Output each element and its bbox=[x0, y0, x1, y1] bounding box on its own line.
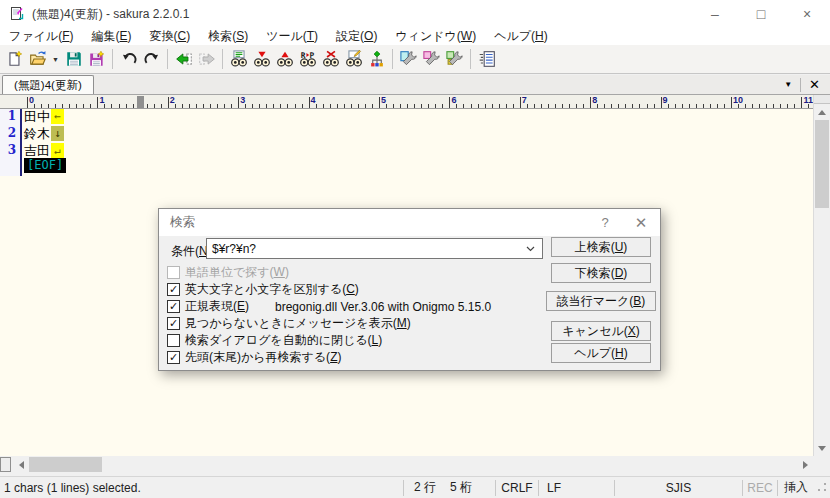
grep-icon[interactable] bbox=[342, 48, 365, 71]
eol-mark-lf[interactable]: ↓ bbox=[51, 126, 64, 141]
mark-matched-lines-button[interactable]: 該当行マーク(B) bbox=[546, 291, 656, 311]
column-ruler: 01234567891011 bbox=[0, 95, 813, 109]
eol-mark-crlf[interactable]: ↵ bbox=[51, 143, 64, 158]
toolbar-separator bbox=[470, 49, 471, 69]
undo-icon[interactable] bbox=[117, 48, 140, 71]
cancel-button[interactable]: キャンセル(X) bbox=[551, 321, 651, 341]
checkbox-label: 単語単位で探す(W) bbox=[185, 264, 289, 281]
menu-tool[interactable]: ツール(T) bbox=[257, 28, 327, 45]
text-line[interactable]: 鈴木↓ bbox=[24, 125, 64, 142]
menu-search[interactable]: 検索(S) bbox=[199, 28, 257, 45]
outline-list-icon[interactable] bbox=[475, 48, 498, 71]
eol-mark-cr[interactable]: ← bbox=[51, 109, 64, 124]
toolbar: ▼RP bbox=[0, 45, 830, 74]
menu-setting[interactable]: 設定(O) bbox=[327, 28, 386, 45]
checkbox-label: 英大文字と小文字を区別する(C) bbox=[185, 281, 359, 298]
tab-list-dropdown[interactable]: ▼ bbox=[776, 80, 800, 89]
line-text: 鈴木 bbox=[24, 125, 50, 143]
horizontal-split-box[interactable] bbox=[0, 457, 11, 472]
open-dropdown-icon[interactable]: ▼ bbox=[49, 48, 62, 71]
customize-menu-icon[interactable] bbox=[443, 48, 466, 71]
title-bar: (無題)4(更新) - sakura 2.2.0.1 – □ × bbox=[0, 0, 830, 28]
scroll-down-arrow[interactable] bbox=[814, 440, 830, 456]
checkbox-checked[interactable]: ✓ bbox=[167, 351, 180, 364]
ruler-number: 11 bbox=[803, 95, 813, 105]
checkbox-checked[interactable]: ✓ bbox=[167, 300, 180, 313]
find-prev-icon[interactable] bbox=[273, 48, 296, 71]
search-condition-value: $¥r?¥n? bbox=[212, 242, 256, 256]
scroll-left-arrow[interactable] bbox=[13, 456, 29, 473]
ruler-number: 8 bbox=[592, 95, 597, 105]
find-icon[interactable] bbox=[227, 48, 250, 71]
line-text: 田中 bbox=[24, 108, 50, 126]
char-code-indicator: LF bbox=[538, 480, 614, 496]
ruler-number: 7 bbox=[522, 95, 527, 105]
checkbox-label: 先頭(末尾)から再検索する(Z) bbox=[185, 349, 341, 366]
clear-search-marks-icon[interactable] bbox=[319, 48, 342, 71]
close-button[interactable]: × bbox=[784, 0, 830, 28]
insert-mode-indicator: 挿入 bbox=[777, 480, 814, 496]
search-dialog-titlebar[interactable]: 検索 ? ✕ bbox=[159, 209, 660, 236]
dialog-help-icon[interactable]: ? bbox=[588, 215, 622, 230]
text-line[interactable]: 田中← bbox=[24, 108, 64, 125]
outline-analysis-icon[interactable] bbox=[365, 48, 388, 71]
search-dialog-title: 検索 bbox=[170, 214, 195, 231]
dialog-close-icon[interactable]: ✕ bbox=[622, 214, 660, 232]
scroll-right-arrow[interactable] bbox=[797, 456, 813, 473]
checkbox-label: 正規表現(E) bbox=[185, 298, 249, 315]
vertical-scrollbar[interactable] bbox=[813, 95, 830, 456]
ruler-caret-marker bbox=[137, 96, 144, 108]
checkbox-checked[interactable]: ✓ bbox=[167, 317, 180, 330]
menu-convert[interactable]: 変換(C) bbox=[140, 28, 199, 45]
toolbar-separator bbox=[112, 49, 113, 69]
regex-engine-note: bregonig.dll Ver.3.06 with Onigmo 5.15.0 bbox=[275, 300, 491, 314]
horizontal-scroll-thumb[interactable] bbox=[29, 457, 102, 472]
ruler-number: 2 bbox=[170, 95, 175, 105]
eof-marker: [EOF] bbox=[24, 158, 66, 173]
vertical-scroll-thumb[interactable] bbox=[815, 120, 829, 208]
menu-file[interactable]: ファイル(F) bbox=[0, 28, 82, 45]
toolbar-separator bbox=[222, 49, 223, 69]
text-line[interactable]: 吉田↵ bbox=[24, 142, 64, 159]
search-condition-combobox[interactable]: $¥r?¥n? bbox=[206, 238, 543, 259]
menu-window[interactable]: ウィンドウ(W) bbox=[386, 28, 485, 45]
app-icon bbox=[9, 6, 25, 22]
save-icon[interactable] bbox=[62, 48, 85, 71]
checkbox-row: 単語単位で探す(W) bbox=[167, 264, 491, 281]
maximize-button[interactable]: □ bbox=[738, 0, 784, 28]
open-file-icon[interactable] bbox=[26, 48, 49, 71]
replace-icon[interactable]: RP bbox=[296, 48, 319, 71]
find-next-icon[interactable] bbox=[250, 48, 273, 71]
redo-icon[interactable] bbox=[140, 48, 163, 71]
checkbox-unchecked[interactable] bbox=[167, 334, 180, 347]
menu-help[interactable]: ヘルプ(H) bbox=[485, 28, 557, 45]
search-down-button[interactable]: 下検索(D) bbox=[551, 263, 651, 283]
chevron-down-icon[interactable] bbox=[526, 246, 535, 252]
search-options: 単語単位で探す(W)✓英大文字と小文字を区別する(C)✓正規表現(E)brego… bbox=[167, 264, 491, 366]
toolbar-separator bbox=[392, 49, 393, 69]
scroll-up-arrow[interactable] bbox=[814, 104, 830, 120]
save-as-icon[interactable] bbox=[85, 48, 108, 71]
tab-untitled4[interactable]: (無題)4(更新) bbox=[2, 75, 94, 94]
record-indicator: REC bbox=[742, 480, 777, 496]
selection-info: 1 chars (1 lines) selected. bbox=[0, 481, 403, 495]
caret-column: 5 桁 bbox=[450, 479, 472, 496]
checkbox-checked[interactable]: ✓ bbox=[167, 283, 180, 296]
tab-close-button[interactable]: ✕ bbox=[800, 78, 828, 92]
horizontal-scrollbar[interactable] bbox=[0, 456, 830, 473]
vertical-split-box[interactable] bbox=[814, 95, 830, 104]
menu-bar: ファイル(F)編集(E)変換(C)検索(S)ツール(T)設定(O)ウィンドウ(W… bbox=[0, 28, 830, 45]
common-settings-icon[interactable] bbox=[420, 48, 443, 71]
help-button[interactable]: ヘルプ(H) bbox=[551, 343, 651, 363]
type-settings-icon[interactable] bbox=[397, 48, 420, 71]
checkbox-unchecked bbox=[167, 266, 180, 279]
resize-grip[interactable] bbox=[814, 480, 830, 496]
menu-edit[interactable]: 編集(E) bbox=[82, 28, 140, 45]
tab-bar: (無題)4(更新) ▼ ✕ bbox=[0, 75, 830, 95]
jump-back-icon[interactable] bbox=[172, 48, 195, 71]
new-file-icon[interactable] bbox=[3, 48, 26, 71]
minimize-button[interactable]: – bbox=[692, 0, 738, 28]
line-number: 1 bbox=[0, 108, 16, 125]
line-number: 3 bbox=[0, 142, 16, 159]
search-up-button[interactable]: 上検索(U) bbox=[551, 237, 651, 257]
